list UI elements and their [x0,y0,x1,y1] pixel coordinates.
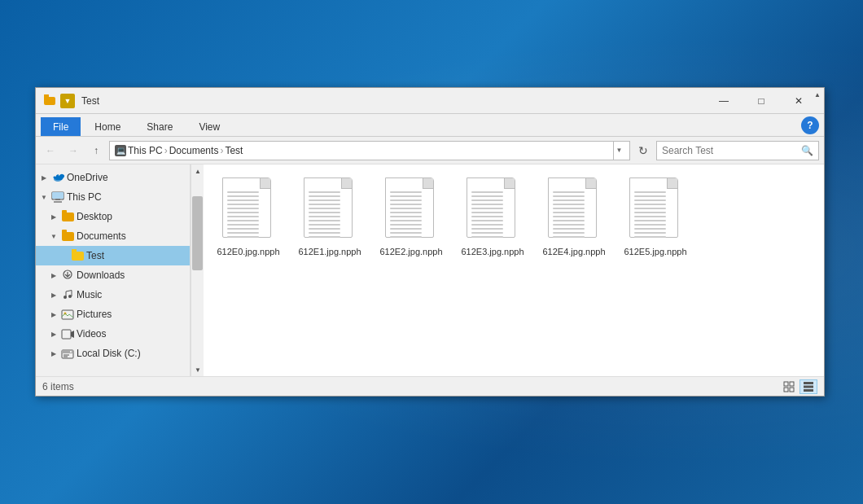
sidebar-label-onedrive: OneDrive [67,172,108,183]
sidebar-label-music: Music [77,289,102,300]
address-dropdown-btn[interactable]: ▼ [613,141,624,160]
test-folder-icon [71,249,84,262]
svg-rect-10 [62,330,71,339]
tab-share[interactable]: Share [134,117,185,136]
svg-rect-2 [52,192,64,199]
breadcrumb-sep-1: › [164,145,168,156]
back-button[interactable]: ← [41,141,60,160]
ribbon-tab-bar: File Home Share View ? [36,114,824,137]
documents-folder-icon [61,230,74,243]
disk-icon [61,347,74,360]
sidebar-item-desktop[interactable]: Desktop [36,207,190,226]
title-bar-icons: ▼ [42,94,75,108]
window-title: Test [81,95,705,107]
address-bar-input[interactable]: 💻 This PC › Documents › Test ▼ [109,141,630,160]
file-name-4: 612E4.jpg.npph [542,246,605,257]
sidebar: ▲ OneDrive This PC [36,164,191,376]
pc-breadcrumb-icon: 💻 [115,145,126,156]
maximize-button[interactable]: □ [743,88,780,114]
search-icon[interactable]: 🔍 [801,145,813,156]
svg-rect-16 [784,382,788,386]
address-bar: ← → ↑ 💻 This PC › Documents › Test ▼ ↻ 🔍 [36,137,824,164]
chevron-music [49,290,59,300]
downloads-icon [61,269,74,282]
minimize-button[interactable]: — [705,88,743,114]
sidebar-item-downloads[interactable]: Downloads [36,265,190,285]
refresh-button[interactable]: ↻ [633,141,653,160]
sidebar-item-thispc[interactable]: This PC [36,187,190,207]
chevron-videos [49,329,59,339]
view-medium-icons-btn[interactable] [780,379,798,394]
quick-access-btn[interactable]: ▼ [60,94,75,108]
scroll-thumb[interactable] [192,196,203,270]
file-name-3: 612E3.jpg.npph [461,246,523,257]
sidebar-label-desktop: Desktop [77,211,112,222]
sidebar-label-downloads: Downloads [77,270,125,281]
scroll-up-btn[interactable]: ▲ [191,164,204,177]
search-bar[interactable]: 🔍 [656,141,819,160]
file-explorer-window: ▼ Test — □ ✕ File Home Share View ? ← → … [35,87,825,397]
up-button[interactable]: ↑ [86,141,106,160]
sidebar-item-localdisk[interactable]: Local Disk (C:) [36,344,190,363]
file-name-1: 612E1.jpg.npph [298,246,361,257]
videos-icon [61,327,74,340]
breadcrumb-documents[interactable]: Documents [169,145,219,156]
chevron-pictures [49,309,59,319]
sidebar-label-thispc: This PC [67,191,102,203]
list-item[interactable]: 612E1.jpg.npph [293,173,366,262]
tab-home[interactable]: Home [82,117,133,136]
breadcrumb-sep-2: › [220,145,223,156]
sidebar-item-documents[interactable]: Documents [36,226,190,246]
list-item[interactable]: 612E2.jpg.npph [375,173,448,262]
svg-rect-20 [804,382,813,384]
sidebar-item-music[interactable]: Music [36,285,190,305]
window-controls: — □ ✕ [705,88,817,114]
help-button[interactable]: ? [801,116,819,134]
svg-rect-19 [790,388,794,392]
file-area: 612E0.jpg.npph 612E1.jpg.npph [204,164,824,376]
chevron-downloads [49,270,59,280]
view-list-btn[interactable] [799,379,817,394]
view-buttons [780,379,817,394]
sidebar-item-pictures[interactable]: Pictures [36,305,190,324]
file-icon-0 [222,177,275,243]
sidebar-label-test: Test [86,250,104,261]
file-icon-1 [304,177,357,243]
sidebar-item-videos[interactable]: Videos [36,324,190,344]
desktop-folder-icon [61,210,74,223]
search-input[interactable] [662,145,801,156]
ribbon: File Home Share View ? [36,114,824,137]
file-icon-3 [467,177,519,243]
file-icon-2 [385,177,438,243]
forward-button[interactable]: → [64,141,83,160]
sidebar-scrollbar[interactable]: ▲ ▼ [191,164,204,376]
pc-icon [51,191,64,204]
main-area: ▲ OneDrive This PC [36,164,824,376]
breadcrumb-test[interactable]: Test [225,145,243,156]
list-item[interactable]: 612E3.jpg.npph [456,173,529,262]
sidebar-label-localdisk: Local Disk (C:) [77,348,141,359]
tab-file[interactable]: File [41,117,81,136]
sidebar-item-test[interactable]: Test [36,246,190,265]
scroll-track [191,177,204,363]
title-bar: ▼ Test — □ ✕ [36,88,824,114]
list-item[interactable]: 612E5.jpg.npph [619,173,692,262]
svg-rect-18 [784,388,788,392]
file-name-0: 612E0.jpg.npph [217,246,279,257]
file-icon-5 [629,177,682,243]
svg-point-6 [64,296,67,299]
list-item[interactable]: 612E0.jpg.npph [212,173,285,262]
svg-rect-17 [790,382,794,386]
list-item[interactable]: 612E4.jpg.npph [537,173,611,262]
breadcrumb-thispc[interactable]: This PC [128,145,163,156]
chevron-onedrive [39,173,49,182]
sidebar-item-onedrive[interactable]: OneDrive [36,168,190,187]
tab-view[interactable]: View [186,117,232,136]
svg-rect-21 [804,385,813,388]
folder-icon-title [42,94,57,108]
svg-point-7 [68,295,72,298]
pictures-icon [61,308,74,321]
chevron-localdisk [49,348,59,358]
svg-point-0 [54,177,62,182]
scroll-down-btn[interactable]: ▼ [191,363,204,376]
